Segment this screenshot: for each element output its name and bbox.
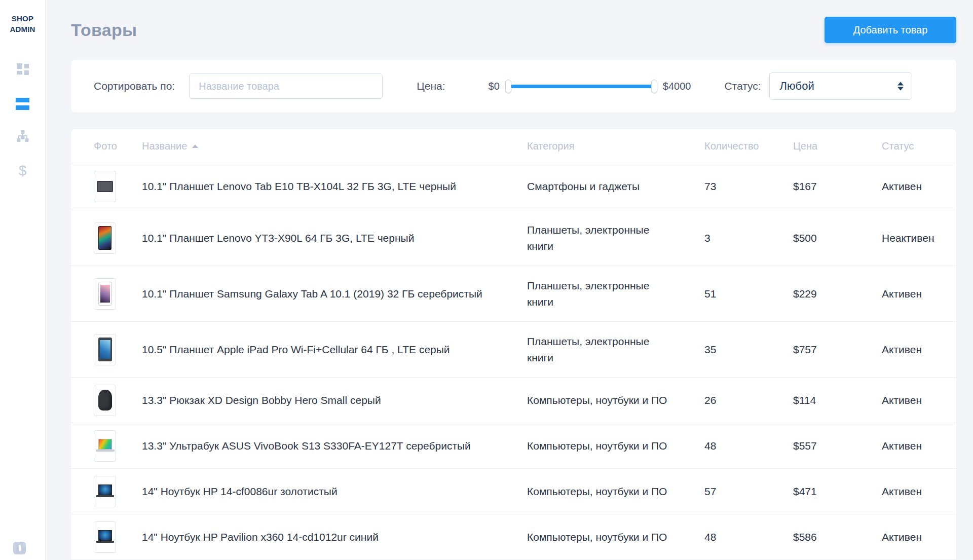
status-select-value: Любой	[780, 80, 814, 93]
table-row[interactable]: 10.1" Планшет Lenovo Tab E10 TB-X104L 32…	[71, 163, 956, 210]
product-thumbnail	[94, 385, 116, 416]
product-thumbnail	[94, 521, 116, 553]
product-category: Компьютеры, ноутбуки и ПО	[527, 438, 704, 454]
product-name: 13.3" Рюкзак XD Design Bobby Hero Small …	[142, 394, 527, 406]
app-logo: SHOP ADMIN	[10, 13, 35, 34]
product-thumbnail	[94, 334, 116, 365]
slider-handle-min[interactable]	[505, 80, 511, 93]
product-photo	[94, 430, 142, 462]
product-photo	[94, 222, 142, 254]
table-header: Фото Название Категория Количество Цена …	[71, 129, 956, 163]
price-min-value: $0	[489, 81, 500, 92]
slider-track[interactable]	[508, 85, 655, 88]
product-status: Неактивен	[882, 232, 956, 244]
table-row[interactable]: 13.3" Ультрабук ASUS VivoBook S13 S330FA…	[71, 423, 956, 468]
logo-line-1: SHOP	[10, 13, 35, 24]
product-photo	[94, 171, 142, 202]
sort-asc-icon	[192, 144, 198, 148]
product-status: Активен	[882, 180, 956, 193]
column-header-category[interactable]: Категория	[527, 138, 704, 154]
product-quantity: 26	[704, 394, 793, 406]
product-quantity: 48	[704, 440, 793, 452]
product-name-input[interactable]	[189, 73, 383, 99]
products-table: Фото Название Категория Количество Цена …	[71, 129, 956, 560]
product-name: 14" Ноутбук HP 14-cf0086ur золотистый	[142, 486, 527, 498]
product-category: Компьютеры, ноутбуки и ПО	[527, 529, 704, 545]
dashboard-icon	[16, 63, 29, 78]
product-thumbnail	[94, 278, 116, 310]
page-title: Товары	[71, 20, 137, 40]
product-category: Смартфоны и гаджеты	[527, 178, 704, 195]
collapse-icon	[19, 545, 21, 551]
slider-handle-max[interactable]	[651, 80, 657, 93]
sales-icon: $	[19, 163, 27, 179]
sidebar-collapse-button[interactable]	[13, 542, 26, 554]
column-header-quantity[interactable]: Количество	[704, 140, 793, 152]
product-name: 10.1" Планшет Lenovo YT3-X90L 64 ГБ 3G, …	[142, 232, 527, 244]
add-product-button[interactable]: Добавить товар	[825, 17, 956, 43]
product-photo	[94, 385, 142, 416]
product-thumbnail	[94, 171, 116, 202]
price-max-value: $4000	[663, 81, 691, 92]
product-name: 10.1" Планшет Samsung Galaxy Tab A 10.1 …	[142, 288, 527, 300]
product-price: $586	[793, 531, 882, 543]
product-quantity: 3	[704, 232, 793, 244]
sidebar: SHOP ADMIN	[0, 0, 46, 560]
product-photo	[94, 521, 142, 553]
product-status: Активен	[882, 440, 956, 452]
main-content: Товары Добавить товар Сортировать по: Це…	[46, 0, 973, 560]
product-name: 10.1" Планшет Lenovo Tab E10 TB-X104L 32…	[142, 180, 527, 193]
table-row[interactable]: 10.5" Планшет Apple iPad Pro Wi-Fi+Cellu…	[71, 321, 956, 377]
product-quantity: 48	[704, 531, 793, 543]
product-thumbnail	[94, 430, 116, 462]
product-category: Планшеты, электронные книги	[527, 222, 704, 254]
sidebar-item-sales[interactable]: $	[15, 163, 30, 178]
column-header-name[interactable]: Название	[142, 140, 527, 152]
product-category: Планшеты, электронные книги	[527, 333, 704, 365]
product-photo	[94, 334, 142, 365]
product-name: 14" Ноутбук HP Pavilion x360 14-cd1012ur…	[142, 531, 527, 543]
product-quantity: 51	[704, 288, 793, 300]
product-status: Активен	[882, 288, 956, 300]
table-row[interactable]: 14" Ноутбук HP Pavilion x360 14-cd1012ur…	[71, 514, 956, 559]
product-name: 13.3" Ультрабук ASUS VivoBook S13 S330FA…	[142, 440, 527, 452]
product-thumbnail	[94, 222, 116, 254]
product-quantity: 35	[704, 344, 793, 356]
product-category: Компьютеры, ноутбуки и ПО	[527, 392, 704, 408]
product-photo	[94, 476, 142, 507]
product-price: $167	[793, 180, 882, 193]
sidebar-item-categories[interactable]	[15, 130, 30, 145]
sidebar-nav: $	[15, 63, 30, 178]
page-header: Товары Добавить товар	[71, 0, 956, 60]
table-row[interactable]: 13.3" Рюкзак XD Design Bobby Hero Small …	[71, 377, 956, 423]
sidebar-item-products[interactable]	[15, 96, 30, 111]
table-row[interactable]: 10.1" Планшет Lenovo YT3-X90L 64 ГБ 3G, …	[71, 210, 956, 266]
product-price: $229	[793, 288, 882, 300]
product-quantity: 57	[704, 486, 793, 498]
status-label: Статус:	[724, 80, 761, 92]
price-label: Цена:	[417, 80, 445, 92]
product-photo	[94, 278, 142, 310]
product-price: $114	[793, 394, 882, 406]
product-category: Планшеты, электронные книги	[527, 278, 704, 310]
filter-bar: Сортировать по: Цена: $0 $4000 Статус: Л…	[71, 60, 956, 113]
product-status: Активен	[882, 344, 956, 356]
product-price: $557	[793, 440, 882, 452]
table-row[interactable]: 10.1" Планшет Samsung Galaxy Tab A 10.1 …	[71, 266, 956, 321]
sidebar-item-dashboard[interactable]	[15, 63, 30, 78]
select-arrows-icon	[897, 82, 904, 91]
column-header-photo: Фото	[94, 140, 142, 152]
column-header-status[interactable]: Статус	[882, 140, 956, 152]
table-row[interactable]: 14" Ноутбук HP 14-cf0086ur золотистый Ко…	[71, 468, 956, 514]
price-range-slider[interactable]	[508, 79, 655, 94]
product-name: 10.5" Планшет Apple iPad Pro Wi-Fi+Cellu…	[142, 344, 527, 356]
product-status: Активен	[882, 531, 956, 543]
product-price: $757	[793, 344, 882, 356]
product-status: Активен	[882, 486, 956, 498]
sort-label: Сортировать по:	[94, 80, 175, 92]
categories-icon	[16, 130, 29, 145]
product-quantity: 73	[704, 180, 793, 193]
column-header-price[interactable]: Цена	[793, 140, 882, 152]
product-price: $471	[793, 486, 882, 498]
status-select[interactable]: Любой	[769, 72, 912, 100]
